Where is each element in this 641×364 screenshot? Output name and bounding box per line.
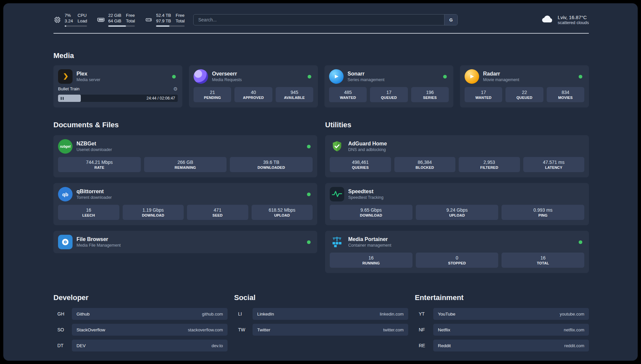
stat-value: 16 (540, 255, 546, 260)
cpu-label: CPU (77, 13, 87, 18)
memory-widget: 22 GiB 64 GiB Free Total (97, 13, 135, 27)
stat-tile: 40APPROVED (234, 87, 272, 102)
stat-tile: 744.21 MbpsRATE (58, 157, 141, 172)
stat-tile: 485WANTED (329, 87, 367, 102)
app-card-adguard[interactable]: AdGuard Home DNS and adblocking 498,461Q… (325, 135, 589, 177)
disk-free: 52.4 TB (156, 13, 171, 18)
stat-value: 0 (456, 255, 458, 260)
app-card-filebrowser[interactable]: File Browser Media File Management (53, 231, 317, 253)
search-engine-button[interactable]: G (444, 15, 457, 25)
bookmarks-developer: Developer GH Github github.com SO StackO… (53, 293, 228, 351)
app-name: Sonarr (348, 71, 384, 77)
stat-tile: 39.6 TBDOWNLOADED (230, 157, 313, 172)
bookmark-abbr: LI (234, 311, 253, 317)
stat-value: 1.19 Gbps (142, 207, 164, 213)
app-card-qbittorrent[interactable]: qb qBittorrent Torrent downloader 16LEEC… (53, 183, 317, 225)
app-card-plex[interactable]: Plex Media server Bullet Train ⚙ 24:44 /… (53, 65, 182, 107)
app-card-sonarr[interactable]: Sonarr Series management 485WANTED 17QUE… (324, 65, 453, 107)
pause-icon (61, 97, 62, 100)
bookmark-link-twitter[interactable]: Twitter twitter.com (253, 324, 408, 336)
bookmark-link-reddit[interactable]: Reddit reddit.com (433, 340, 589, 351)
search-input[interactable] (194, 15, 444, 25)
stat-tile: 266 GBREMAINING (144, 157, 227, 172)
bookmark-link-youtube[interactable]: YouTube youtube.com (433, 308, 589, 320)
stat-label: PENDING (204, 96, 221, 100)
weather-widget: Lviv, 16.87°C scattered clouds (541, 15, 589, 25)
bookmark-abbr: TW (234, 327, 253, 332)
stat-label: STOPPED (448, 261, 466, 265)
stat-tile: 9.24 GbpsUPLOAD (416, 205, 499, 220)
stat-value: 744.21 Mbps (86, 160, 113, 165)
disk-widget: 52.4 TB 97.9 TB Free Total (145, 13, 185, 27)
plex-icon (58, 69, 73, 84)
stat-value: 17 (386, 90, 392, 95)
stat-value: 21 (210, 90, 215, 95)
overseerr-icon (194, 69, 208, 84)
disk-total: 97.9 TB (156, 18, 171, 24)
stat-value: 618.52 Mbps (269, 207, 295, 213)
adguard-icon (330, 139, 344, 154)
app-name: AdGuard Home (348, 141, 387, 147)
stat-tile: 618.52 MbpsUPLOAD (252, 205, 313, 220)
cpu-percent: 7% (65, 13, 73, 18)
stat-tile: 17QUEUED (370, 87, 408, 102)
app-card-portainer[interactable]: Media Portainer Container management 16R… (325, 231, 589, 273)
stat-tile: 2,953FILTERED (459, 157, 520, 172)
app-card-radarr[interactable]: Radarr Movie management 17WANTED 22QUEUE… (460, 65, 589, 107)
app-card-overseerr[interactable]: Overseerr Media Requests 21PENDING 40APP… (189, 65, 318, 107)
bookmark-link-dev[interactable]: DEV dev.to (72, 340, 228, 351)
filebrowser-icon (58, 235, 73, 249)
app-subtitle: Series management (348, 77, 384, 82)
stat-tile: 16RUNNING (330, 253, 412, 268)
memory-total: 64 GiB (108, 18, 121, 24)
bookmark-link-stackoverflow[interactable]: StackOverflow stackoverflow.com (72, 324, 228, 336)
stat-label: SEED (212, 213, 223, 217)
stat-value: 945 (290, 90, 298, 95)
bookmark-abbr: NF (415, 327, 433, 332)
bookmarks-social: Social LI LinkedIn linkedin.com TW Twitt… (234, 293, 408, 336)
bookmark-link-github[interactable]: Github github.com (72, 308, 228, 320)
stat-value: 834 (562, 90, 569, 95)
nzbget-icon: nzbget (58, 139, 73, 154)
app-card-speedtest[interactable]: Speedtest Speedtest Tracking 9.65 GbpsDO… (325, 183, 589, 225)
bookmark-row: DT DEV dev.to (53, 340, 228, 351)
section-documents: Documents & Files nzbget NZBGet Usenet d… (53, 121, 317, 253)
stat-label: BLOCKED (415, 166, 434, 169)
bookmark-abbr: DT (53, 343, 72, 348)
bookmark-link-netflix[interactable]: Netflix netflix.com (433, 324, 589, 336)
disk-total-label: Total (176, 18, 185, 24)
stat-tile: 9.65 GbpsDOWNLOAD (330, 205, 412, 220)
stat-value: 498,461 (352, 160, 369, 165)
disk-icon (145, 16, 153, 24)
app-card-nzbget[interactable]: nzbget NZBGet Usenet downloader 744.21 M… (53, 135, 317, 177)
stat-label: RATE (94, 166, 104, 169)
bookmark-row: SO StackOverflow stackoverflow.com (53, 324, 228, 336)
section-title-entertainment: Entertainment (415, 293, 589, 302)
stat-label: QUERIES (352, 166, 369, 169)
stat-label: DOWNLOAD (142, 213, 164, 217)
sonarr-icon (329, 69, 344, 84)
stat-value: 16 (369, 255, 374, 260)
stat-label: TOTAL (537, 261, 549, 265)
app-subtitle: Speedtest Tracking (348, 195, 383, 200)
app-name: Media Portainer (348, 236, 391, 242)
playback-progress-fill (58, 95, 81, 102)
stat-tile: 834MOVIES (547, 87, 584, 102)
stat-tile: 21PENDING (194, 87, 231, 102)
stat-label: MOVIES (558, 96, 573, 100)
playback-progress-bar[interactable]: 24:44 / 02:06:47 (58, 95, 178, 102)
dashboard: 7% 3.24 CPU Load (3, 3, 638, 361)
weather-condition: scattered clouds (558, 20, 589, 25)
bookmark-link-linkedin[interactable]: LinkedIn linkedin.com (253, 308, 408, 320)
playback-time: 24:44 / 02:06:47 (146, 95, 175, 102)
stat-value: 86,384 (418, 160, 432, 165)
section-title-social: Social (234, 293, 408, 302)
status-dot-online (308, 75, 311, 78)
stat-tile: 22QUEUED (505, 87, 543, 102)
stat-tile: 86,384BLOCKED (394, 157, 456, 172)
header-divider (53, 33, 589, 34)
status-dot-online (307, 240, 311, 244)
app-subtitle: DNS and adblocking (348, 147, 387, 152)
gear-icon[interactable]: ⚙ (173, 86, 178, 91)
disk-usage-bar (156, 25, 185, 27)
